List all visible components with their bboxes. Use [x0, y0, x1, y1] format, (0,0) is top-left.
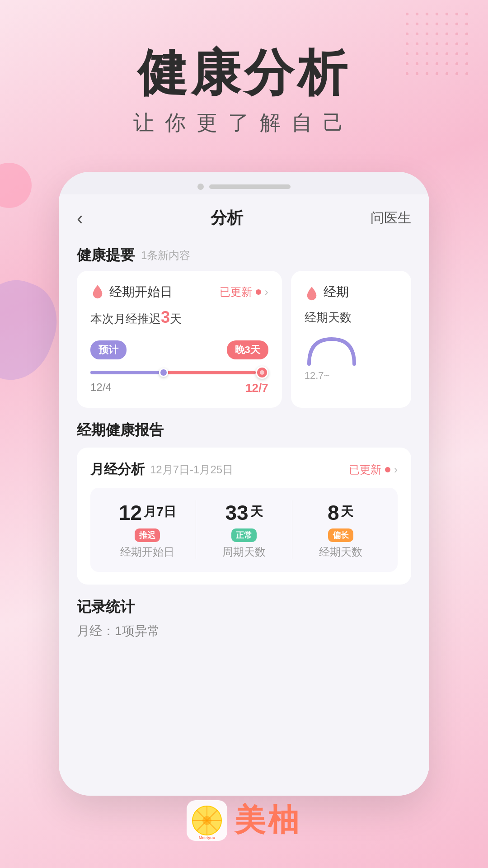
health-summary-title: 健康提要: [77, 245, 135, 265]
stat-label-0: 经期开始日: [99, 545, 196, 559]
stat-tag-0: 推迟: [135, 528, 160, 542]
stat-label-2: 经期天数: [292, 545, 389, 559]
partial-arc: [305, 335, 359, 366]
stat-label-1: 周期天数: [196, 545, 292, 559]
hero-subtitle: 让你更了解自己: [0, 109, 488, 137]
hero-section: 健康分析 让你更了解自己: [0, 0, 488, 137]
track-thumb-pink-inner: [260, 370, 264, 375]
stat-tag-1: 正常: [231, 528, 257, 542]
stat-value-row-0: 12 月7日: [99, 500, 196, 525]
timeline-label-left: 预计: [90, 340, 127, 359]
stats-row: 12 月7日 推迟 经期开始日 33 天 正常 周: [90, 488, 398, 572]
brand-logo: Meetyou: [187, 800, 227, 841]
phone-mockup: ‹ 分析 问医生 健康提要 1条新内容 经期开始: [59, 172, 429, 796]
brand-name: 美柚: [235, 800, 301, 841]
timeline-container: 预计 晚3天 12/4 12/7: [90, 340, 268, 395]
period-report-header: 经期健康报告: [77, 420, 411, 440]
stat-value-1: 33: [225, 500, 248, 525]
card2-icon-title: 经期: [305, 283, 398, 304]
nav-bar: ‹ 分析 问医生: [59, 194, 429, 237]
app-screen: ‹ 分析 问医生 健康提要 1条新内容 经期开始: [59, 194, 429, 796]
card1-updated-label: 已更新: [220, 285, 252, 299]
records-desc: 月经：1项异常: [77, 623, 411, 640]
records-section: 记录统计 月经：1项异常: [59, 585, 429, 640]
period-start-card[interactable]: 经期开始日 已更新 › 本次月经推迟3天 预计 晚3天: [77, 271, 282, 408]
svg-text:Meetyou: Meetyou: [199, 835, 216, 840]
card1-highlight-num: 3: [161, 308, 170, 326]
report-card-header: 月经分析 12月7日-1月25日 已更新 ›: [90, 460, 398, 479]
bottom-branding: Meetyou 美柚: [187, 800, 301, 841]
card2-partial-date: 12.7~: [305, 370, 398, 382]
health-cards-row: 经期开始日 已更新 › 本次月经推迟3天 预计 晚3天: [59, 271, 429, 408]
report-updated-badge: 已更新 ›: [349, 462, 398, 477]
phone-notch-bar: [209, 184, 291, 189]
health-summary-header: 健康提要 1条新内容: [59, 237, 429, 271]
stat-item-2: 8 天 偏长 经期天数: [292, 500, 389, 559]
drop-icon-1: [90, 284, 105, 300]
card2-title: 经期: [324, 283, 349, 301]
nav-action-button[interactable]: 问医生: [371, 209, 411, 227]
period-days-card[interactable]: 经期 经期天数 12.7~: [291, 271, 411, 408]
track-left: [90, 371, 159, 374]
stat-item-1: 33 天 正常 周期天数: [196, 500, 292, 559]
card1-icon-title: 经期开始日: [90, 283, 173, 301]
timeline-label-right: 晚3天: [227, 340, 268, 359]
period-report-card[interactable]: 月经分析 12月7日-1月25日 已更新 › 12 月7日: [77, 448, 411, 585]
card1-desc: 本次月经推迟3天: [90, 308, 268, 327]
timeline-labels-row: 预计 晚3天: [90, 340, 268, 359]
period-report-title: 经期健康报告: [77, 420, 164, 440]
card1-title: 经期开始日: [109, 283, 173, 301]
stat-tag-2: 偏长: [328, 528, 353, 542]
card2-subtitle: 经期天数: [305, 310, 398, 326]
stat-value-row-1: 33 天: [196, 500, 292, 525]
svg-point-3: [202, 816, 211, 825]
track-dates-row: 12/4 12/7: [90, 381, 268, 395]
phone-top-bar: [59, 172, 429, 194]
card1-desc-prefix: 本次月经推迟: [90, 312, 161, 326]
circle-left-decoration: [0, 163, 32, 208]
track-thumb-pink: [256, 366, 268, 379]
drop-icon-2: [305, 286, 319, 302]
report-card-title: 月经分析: [90, 460, 145, 479]
stat-unit-2: 天: [341, 500, 353, 520]
card1-desc-suffix: 天: [170, 312, 182, 326]
track-date-right: 12/7: [245, 381, 268, 395]
period-report-section: 经期健康报告 月经分析 12月7日-1月25日 已更新 ›: [59, 408, 429, 585]
stat-unit-1: 天: [250, 500, 263, 520]
card1-updated-badge: 已更新 ›: [220, 285, 268, 299]
track-thumb-purple: [159, 368, 168, 377]
stat-item-0: 12 月7日 推迟 经期开始日: [99, 500, 196, 559]
records-title: 记录统计: [77, 597, 411, 617]
stat-value-0: 12: [119, 500, 142, 525]
stat-value-row-2: 8 天: [292, 500, 389, 525]
timeline-track-row: [90, 368, 268, 377]
report-updated-label: 已更新: [349, 462, 381, 477]
report-date-range: 12月7日-1月25日: [150, 462, 233, 477]
hero-title: 健康分析: [0, 45, 488, 100]
health-summary-badge: 1条新内容: [141, 248, 190, 263]
track-date-left: 12/4: [90, 381, 112, 395]
report-red-dot: [385, 467, 390, 472]
card1-red-dot: [256, 289, 261, 295]
card1-chevron: ›: [265, 286, 268, 298]
report-chevron: ›: [394, 463, 398, 476]
phone-notch-dot: [197, 184, 204, 190]
nav-back-button[interactable]: ‹: [77, 208, 83, 229]
card1-header: 经期开始日 已更新 ›: [90, 283, 268, 301]
track-right: [168, 371, 256, 374]
stat-value-2: 8: [328, 500, 339, 525]
nav-title: 分析: [211, 207, 243, 229]
stat-unit-0: 月7日: [144, 500, 176, 520]
